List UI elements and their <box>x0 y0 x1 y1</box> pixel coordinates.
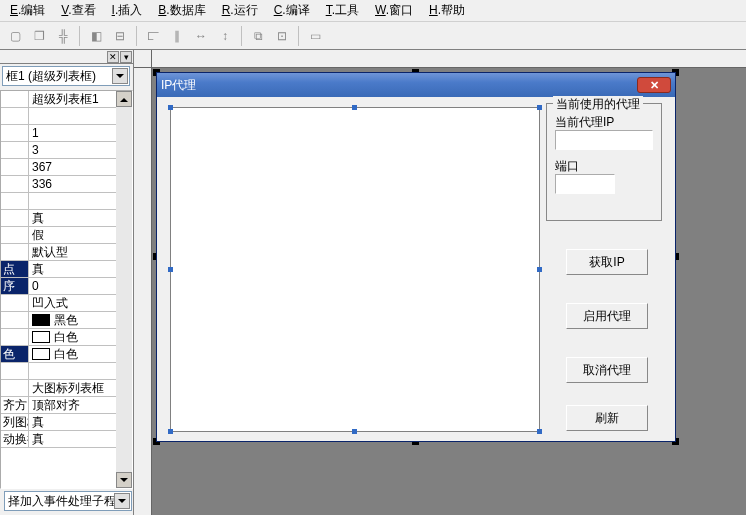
property-row[interactable] <box>1 363 132 380</box>
form-selection[interactable]: IP代理 ✕ 当前使用的代理 当前代理IP 端口 获取IP 启用代理 <box>156 72 676 442</box>
panel-close-icon[interactable]: ✕ <box>107 51 119 63</box>
tool-7[interactable]: ∥ <box>166 25 188 47</box>
property-row[interactable]: 动换行真 <box>1 431 132 448</box>
events-combo[interactable]: 择加入事件处理子程 <box>4 491 132 511</box>
property-label <box>1 210 29 226</box>
menu-view[interactable]: V.查看 <box>53 0 103 22</box>
property-row[interactable]: 序0 <box>1 278 132 295</box>
property-label <box>1 142 29 158</box>
form-window[interactable]: IP代理 ✕ 当前使用的代理 当前代理IP 端口 获取IP 启用代理 <box>156 72 676 442</box>
menu-run[interactable]: R.运行 <box>214 0 266 22</box>
property-row[interactable]: 真 <box>1 210 132 227</box>
property-row[interactable]: 假 <box>1 227 132 244</box>
property-row[interactable]: 大图标列表框 <box>1 380 132 397</box>
property-row[interactable]: 1 <box>1 125 132 142</box>
tool-12[interactable]: ▭ <box>304 25 326 47</box>
menu-edit[interactable]: E.编辑 <box>2 0 53 22</box>
property-label <box>1 380 29 396</box>
object-selector-combo[interactable]: 框1 (超级列表框) <box>2 66 130 86</box>
properties-panel: ✕ ▾ 框1 (超级列表框) 超级列表框113367336真假默认型点真序0凹入… <box>0 50 134 515</box>
property-row[interactable] <box>1 193 132 210</box>
ruler-horizontal <box>152 50 746 68</box>
property-row[interactable] <box>1 108 132 125</box>
property-row[interactable]: 白色 <box>1 329 132 346</box>
tool-10[interactable]: ⧉ <box>247 25 269 47</box>
tool-11[interactable]: ⊡ <box>271 25 293 47</box>
current-proxy-group: 当前使用的代理 当前代理IP 端口 <box>546 103 662 221</box>
window-title: IP代理 <box>161 77 196 94</box>
property-row[interactable]: 列图标真 <box>1 414 132 431</box>
panel-header: ✕ ▾ <box>0 50 133 64</box>
property-label <box>1 363 29 379</box>
property-label: 列图标 <box>1 414 29 430</box>
input-port[interactable] <box>555 174 615 194</box>
scroll-up[interactable] <box>116 91 132 107</box>
tool-9[interactable]: ↕ <box>214 25 236 47</box>
property-grid: 超级列表框113367336真假默认型点真序0凹入式黑色白色色白色大图标列表框齐… <box>0 90 133 489</box>
property-label <box>1 329 29 345</box>
property-label <box>1 125 29 141</box>
property-label <box>1 312 29 328</box>
enable-proxy-button[interactable]: 启用代理 <box>566 303 648 329</box>
object-selector-value: 框1 (超级列表框) <box>6 68 96 85</box>
menu-insert[interactable]: I.插入 <box>104 0 151 22</box>
tool-8[interactable]: ↔ <box>190 25 212 47</box>
label-port: 端口 <box>555 158 579 175</box>
property-row[interactable]: 点真 <box>1 261 132 278</box>
property-label: 色 <box>1 346 29 362</box>
property-label <box>1 295 29 311</box>
title-bar[interactable]: IP代理 ✕ <box>157 73 675 97</box>
group-title: 当前使用的代理 <box>553 96 643 113</box>
property-row[interactable]: 367 <box>1 159 132 176</box>
menu-help[interactable]: H.帮助 <box>421 0 473 22</box>
close-button[interactable]: ✕ <box>637 77 671 93</box>
property-label <box>1 91 29 107</box>
tool-1[interactable]: ▢ <box>4 25 26 47</box>
property-label <box>1 159 29 175</box>
design-area: IP代理 ✕ 当前使用的代理 当前代理IP 端口 获取IP 启用代理 <box>134 50 746 515</box>
property-label <box>1 176 29 192</box>
form-body[interactable]: 当前使用的代理 当前代理IP 端口 获取IP 启用代理 取消代理 刷新 <box>160 97 672 438</box>
tool-6[interactable]: ⫍ <box>142 25 164 47</box>
property-label <box>1 108 29 124</box>
menu-bar: E.编辑 V.查看 I.插入 B.数据库 R.运行 C.编译 T.工具 W.窗口… <box>0 0 746 22</box>
property-label <box>1 193 29 209</box>
tool-4[interactable]: ◧ <box>85 25 107 47</box>
property-row[interactable]: 默认型 <box>1 244 132 261</box>
chevron-down-icon[interactable] <box>112 68 128 84</box>
tool-2[interactable]: ❐ <box>28 25 50 47</box>
property-label <box>1 244 29 260</box>
property-row[interactable]: 黑色 <box>1 312 132 329</box>
ruler-vertical <box>134 68 152 515</box>
property-label: 动换行 <box>1 431 29 447</box>
panel-dropdown-icon[interactable]: ▾ <box>120 51 132 63</box>
scroll-down[interactable] <box>116 472 132 488</box>
menu-window[interactable]: W.窗口 <box>367 0 421 22</box>
menu-database[interactable]: B.数据库 <box>150 0 213 22</box>
menu-compile[interactable]: C.编译 <box>266 0 318 22</box>
input-ip[interactable] <box>555 130 653 150</box>
property-row[interactable]: 3 <box>1 142 132 159</box>
property-label: 点 <box>1 261 29 277</box>
toolbar: ▢ ❐ ╬ ◧ ⊟ ⫍ ∥ ↔ ↕ ⧉ ⊡ ▭ <box>0 22 746 50</box>
property-row[interactable]: 凹入式 <box>1 295 132 312</box>
property-label: 齐方 <box>1 397 29 413</box>
property-row[interactable]: 齐方顶部对齐 <box>1 397 132 414</box>
property-row[interactable]: 色白色 <box>1 346 132 363</box>
property-row[interactable]: 超级列表框1 <box>1 91 132 108</box>
ruler-corner <box>134 50 152 68</box>
chevron-down-icon[interactable] <box>114 493 130 509</box>
get-ip-button[interactable]: 获取IP <box>566 249 648 275</box>
events-combo-value: 择加入事件处理子程 <box>8 493 116 510</box>
tool-5[interactable]: ⊟ <box>109 25 131 47</box>
tool-3[interactable]: ╬ <box>52 25 74 47</box>
ip-list-box[interactable] <box>170 107 540 432</box>
disable-proxy-button[interactable]: 取消代理 <box>566 357 648 383</box>
property-label: 序 <box>1 278 29 294</box>
property-row[interactable]: 336 <box>1 176 132 193</box>
label-ip: 当前代理IP <box>555 114 614 131</box>
menu-tools[interactable]: T.工具 <box>318 0 367 22</box>
property-label <box>1 227 29 243</box>
refresh-button[interactable]: 刷新 <box>566 405 648 431</box>
